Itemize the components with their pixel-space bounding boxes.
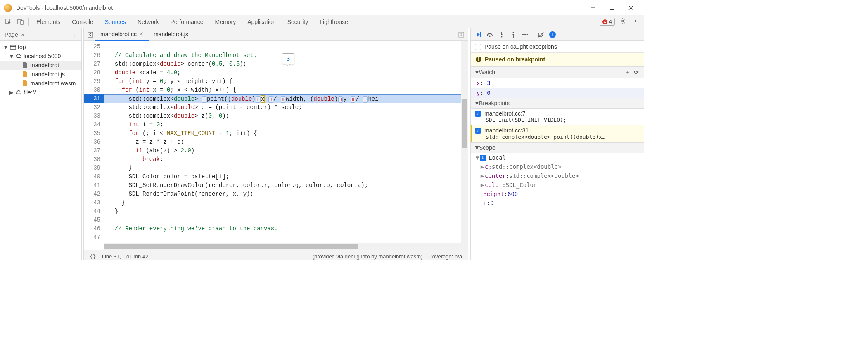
titlebar: DevTools - localhost:5000/mandelbrot bbox=[0, 0, 644, 15]
resume-icon[interactable] bbox=[475, 31, 482, 38]
watch-item[interactable]: x: 3 bbox=[471, 78, 644, 88]
debugger-panel: II Pause on caught exceptions i Paused o… bbox=[470, 28, 644, 260]
breakpoint-item[interactable]: ✓mandelbrot.cc:31 std::complex<double> p… bbox=[471, 125, 644, 142]
debug-info: (provided via debug info by mandelbrot.w… bbox=[313, 253, 423, 260]
tab-elements[interactable]: Elements bbox=[31, 15, 66, 28]
navigator-header: Page » ⋮ bbox=[0, 28, 81, 41]
svg-point-7 bbox=[622, 20, 624, 22]
gear-icon[interactable] bbox=[618, 18, 627, 26]
watch-header[interactable]: ▼Watch ＋ ⟳ bbox=[471, 66, 644, 78]
tab-memory[interactable]: Memory bbox=[209, 15, 242, 28]
file-icon bbox=[22, 80, 28, 87]
file-tree: ▼ top ▼ localhost:5000 mandelbrot mandel… bbox=[0, 41, 81, 99]
navigator-tab-page[interactable]: Page bbox=[5, 31, 18, 38]
navigator-more-tabs-icon[interactable]: » bbox=[21, 31, 24, 38]
debugger-toolbar: II bbox=[471, 28, 644, 41]
window-minimize-button[interactable] bbox=[583, 2, 602, 14]
vertical-scrollbar[interactable] bbox=[461, 41, 468, 243]
tree-file-scheme[interactable]: ▶ file:// bbox=[0, 88, 81, 97]
tab-console[interactable]: Console bbox=[66, 15, 99, 28]
checkbox[interactable] bbox=[475, 44, 481, 50]
window-maximize-button[interactable] bbox=[602, 2, 621, 14]
tree-top[interactable]: ▼ top bbox=[0, 43, 81, 52]
tab-performance[interactable]: Performance bbox=[164, 15, 209, 28]
pause-on-caught-row[interactable]: Pause on caught exceptions bbox=[471, 41, 644, 53]
devtools-tabs: Elements Console Sources Network Perform… bbox=[0, 15, 644, 28]
error-badge[interactable]: ✕ 4 bbox=[600, 18, 615, 26]
tree-file-mandelbrot-js[interactable]: mandelbrot.js bbox=[0, 70, 81, 79]
svg-point-23 bbox=[501, 36, 503, 37]
svg-point-25 bbox=[513, 32, 514, 33]
step-over-icon[interactable] bbox=[486, 31, 494, 38]
scope-header[interactable]: ▼Scope bbox=[471, 142, 644, 153]
file-tab-mandelbrot-cc[interactable]: mandelbrot.cc ✕ bbox=[95, 28, 149, 41]
window-close-button[interactable] bbox=[621, 2, 640, 14]
svg-line-15 bbox=[624, 19, 625, 20]
checkbox-checked[interactable]: ✓ bbox=[475, 128, 481, 134]
kebab-icon[interactable]: ⋮ bbox=[631, 19, 640, 25]
app-icon bbox=[4, 4, 12, 12]
svg-rect-16 bbox=[10, 45, 15, 49]
editor-statusbar: {} Line 31, Column 42 (provided via debu… bbox=[84, 250, 468, 260]
file-tabs: mandelbrot.cc ✕ mandelbrot.js bbox=[84, 28, 468, 41]
svg-rect-19 bbox=[459, 32, 464, 37]
scope-item[interactable]: i: 0 bbox=[471, 198, 644, 208]
tab-security[interactable]: Security bbox=[282, 15, 314, 28]
svg-point-27 bbox=[527, 34, 528, 35]
tree-file-mandelbrot[interactable]: mandelbrot bbox=[0, 61, 81, 70]
watch-refresh-icon[interactable]: ⟳ bbox=[632, 69, 640, 76]
scope-local[interactable]: ▼LLocal bbox=[471, 153, 644, 162]
checkbox-checked[interactable]: ✓ bbox=[475, 111, 481, 117]
tab-sources[interactable]: Sources bbox=[99, 15, 132, 28]
tree-file-mandelbrot-wasm[interactable]: mandelbrot.wasm bbox=[0, 79, 81, 88]
file-tab-mandelbrot-js[interactable]: mandelbrot.js bbox=[149, 28, 193, 41]
info-icon: i bbox=[476, 57, 481, 62]
deactivate-breakpoints-icon[interactable] bbox=[537, 31, 545, 38]
tab-application[interactable]: Application bbox=[242, 15, 282, 28]
tab-network[interactable]: Network bbox=[132, 15, 164, 28]
scope-item[interactable]: ▶color: SDL_Color bbox=[471, 180, 644, 189]
cloud-icon bbox=[15, 53, 22, 59]
pretty-print-icon[interactable]: {} bbox=[90, 253, 96, 260]
breakpoint-item[interactable]: ✓mandelbrot.cc:7 SDL_Init(SDL_INIT_VIDEO… bbox=[471, 109, 644, 125]
svg-line-14 bbox=[621, 23, 621, 24]
watch-item[interactable]: y: 0 bbox=[471, 88, 644, 98]
navigator-kebab-icon[interactable]: ⋮ bbox=[71, 31, 77, 38]
editor-panel: mandelbrot.cc ✕ mandelbrot.js 2526272829… bbox=[84, 28, 468, 260]
horizontal-scrollbar[interactable] bbox=[104, 243, 468, 250]
svg-rect-6 bbox=[21, 21, 23, 24]
navigator-panel: Page » ⋮ ▼ top ▼ localhost:5000 mandelbr… bbox=[0, 28, 81, 260]
error-icon: ✕ bbox=[602, 19, 607, 24]
tree-host[interactable]: ▼ localhost:5000 bbox=[0, 52, 81, 61]
svg-line-13 bbox=[624, 23, 625, 24]
step-into-icon[interactable] bbox=[498, 31, 505, 38]
window-title: DevTools - localhost:5000/mandelbrot bbox=[16, 5, 583, 11]
pause-indicator-icon[interactable]: II bbox=[549, 31, 556, 38]
nav-back-icon[interactable] bbox=[85, 32, 95, 38]
local-badge-icon: L bbox=[480, 155, 486, 161]
breakpoints-header[interactable]: ▼Breakpoints bbox=[471, 98, 644, 109]
svg-rect-20 bbox=[480, 32, 481, 37]
step-out-icon[interactable] bbox=[510, 31, 517, 38]
svg-line-12 bbox=[621, 19, 621, 20]
svg-rect-1 bbox=[610, 6, 614, 9]
cursor-position: Line 31, Column 42 bbox=[102, 253, 149, 260]
close-icon[interactable]: ✕ bbox=[139, 31, 144, 37]
scope-item[interactable]: height: 600 bbox=[471, 189, 644, 198]
debug-info-link[interactable]: mandelbrot.wasm bbox=[378, 253, 421, 260]
inspect-element-icon[interactable] bbox=[2, 19, 14, 25]
tab-lighthouse[interactable]: Lighthouse bbox=[314, 15, 354, 28]
file-icon bbox=[22, 62, 28, 69]
watch-add-icon[interactable]: ＋ bbox=[623, 69, 632, 76]
step-icon[interactable] bbox=[521, 31, 529, 38]
scope-item[interactable]: ▶center: std::complex<double> bbox=[471, 171, 644, 180]
coverage-status: Coverage: n/a bbox=[428, 253, 462, 260]
device-toolbar-icon[interactable] bbox=[14, 19, 27, 25]
paused-banner: i Paused on breakpoint bbox=[471, 53, 644, 66]
file-icon bbox=[22, 71, 28, 78]
nav-forward-icon[interactable] bbox=[456, 32, 466, 38]
scope-item[interactable]: ▶c: std::complex<double> bbox=[471, 162, 644, 171]
gutter[interactable]: 2526272829303132333435363738394041424344… bbox=[84, 41, 104, 243]
cloud-icon bbox=[15, 89, 22, 96]
code-editor[interactable]: // Calculate and draw the Mandelbrot set… bbox=[104, 41, 468, 243]
